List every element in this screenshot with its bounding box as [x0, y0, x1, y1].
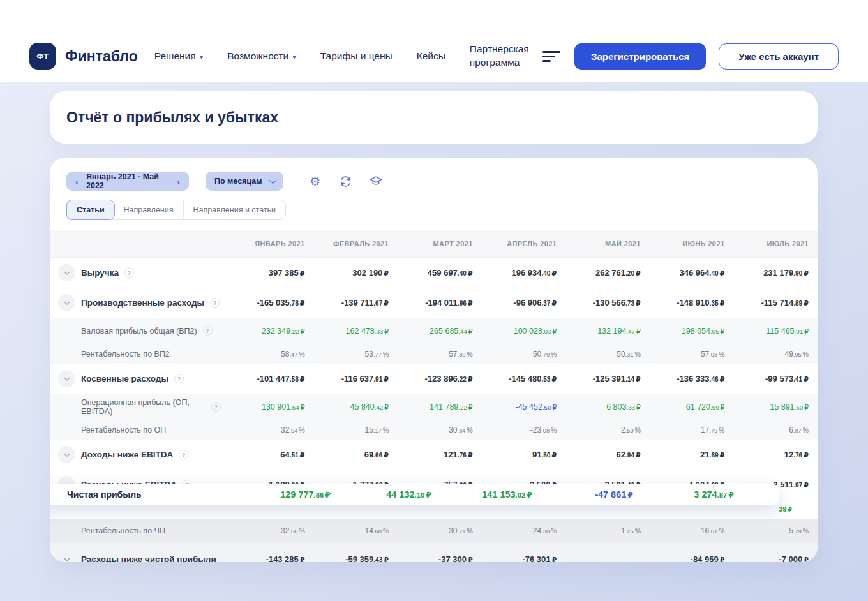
table-cell: 32.94%: [230, 426, 314, 434]
table-cell: -145 480.53₽: [482, 374, 566, 383]
row-label-cell: Валовая прибыль общая (ВП2)?: [50, 326, 230, 336]
table-cell: -23.08%: [482, 426, 566, 434]
nav-label: Кейсы: [417, 50, 445, 62]
table-cell: 61 720.59₽: [650, 403, 734, 412]
period-selector[interactable]: ‹ Январь 2021 - Май 2022 ›: [66, 172, 189, 191]
row-label: Рентабельность по ЧП: [81, 526, 165, 535]
row-label: Операционная прибыль (ОП, EBITDA): [81, 398, 206, 416]
table-row: Рентабельность по ЧП32.66%14.60%30.71%-2…: [50, 519, 818, 543]
brand-logo[interactable]: ФТ: [29, 43, 56, 70]
tab-directions[interactable]: Направления: [114, 200, 183, 219]
table-cell: -99 573.41₽: [733, 374, 818, 383]
table-cell: 1.25%: [565, 526, 650, 535]
table-cell: 302 190₽: [314, 268, 398, 278]
settings-icon[interactable]: ⚙: [308, 174, 322, 188]
table-cell: 231 179.90₽: [733, 268, 818, 278]
collapse-chevron-icon[interactable]: [58, 264, 75, 281]
row-label: Косвенные расходы: [81, 374, 168, 383]
table-cell: 30.71%: [398, 526, 482, 535]
table-cell: 53.77%: [314, 350, 398, 359]
column-header: АПРЕЛЬ 2021: [482, 240, 566, 248]
nav-item-solutions[interactable]: Решения ▾: [154, 50, 203, 62]
table-cell: -24.30%: [482, 526, 566, 535]
granularity-dropdown[interactable]: По месяцам: [206, 172, 283, 191]
collapse-chevron-icon[interactable]: [58, 551, 75, 562]
collapse-chevron-icon[interactable]: [58, 446, 75, 463]
brand-name[interactable]: Финтабло: [65, 48, 138, 65]
table-cell: 69.66₽: [314, 450, 398, 459]
education-icon[interactable]: [369, 174, 383, 188]
table-cell: 262 761.20₽: [565, 268, 650, 278]
table-cell: 121.76₽: [398, 450, 482, 459]
net-profit-value: 3 274.87₽: [640, 489, 740, 500]
table-cell: 141 789.22₽: [398, 403, 482, 412]
row-label-cell: Косвенные расходы?: [50, 370, 230, 387]
table-row: Рентабельность по ВП258.47%53.77%57.80%5…: [50, 344, 818, 364]
table-cell: 130 901.64₽: [230, 403, 314, 412]
net-profit-sticky-row[interactable]: Чистая прибыль 129 777.86₽44 132.10₽141 …: [50, 484, 779, 505]
report-title-card: Отчёт о прибылях и убытках: [50, 91, 818, 144]
nav-item-cases[interactable]: Кейсы: [417, 50, 445, 62]
nav-label: Возможности: [227, 50, 288, 62]
column-header: ИЮЛЬ 2021: [733, 240, 818, 248]
table-cell: -136 333.46₽: [650, 374, 734, 383]
chevron-left-icon[interactable]: ‹: [75, 177, 79, 186]
table-cell: 265 685.44₽: [398, 327, 482, 336]
table-cell: 39₽: [733, 505, 818, 513]
main-nav: Решения ▾ Возможности ▾ Тарифы и цены Ке…: [154, 43, 541, 70]
nav-item-features[interactable]: Возможности ▾: [227, 50, 296, 62]
help-icon[interactable]: ?: [203, 326, 213, 336]
row-label: Производственные расходы: [81, 298, 204, 308]
granularity-label: По месяцам: [214, 177, 262, 186]
table-cell: -115 714.89₽: [733, 298, 818, 308]
table-row: Операционная прибыль (ОП, EBITDA)?130 90…: [50, 394, 818, 420]
tab-directions-and-articles[interactable]: Направления и статьи: [183, 200, 286, 219]
row-label: Доходы ниже EBITDA: [81, 450, 173, 459]
period-label: Январь 2021 - Май 2022: [86, 172, 169, 190]
nav-label: Решения: [154, 50, 196, 62]
row-label-cell: Рентабельность по ЧП: [50, 526, 230, 535]
help-icon[interactable]: ?: [174, 374, 184, 383]
net-profit-value: -47 861₽: [539, 489, 640, 500]
help-icon[interactable]: ?: [124, 268, 134, 278]
tab-articles[interactable]: Статьи: [66, 200, 115, 220]
row-label-cell: Расходы ниже чистой прибыли: [50, 551, 230, 562]
chevron-right-icon[interactable]: ›: [177, 177, 180, 186]
column-header: ФЕВРАЛЬ 2021: [314, 240, 398, 248]
nav-label: Тарифы и цены: [320, 50, 393, 62]
login-button[interactable]: Уже есть аккаунт: [719, 43, 839, 70]
table-cell: -84 959₽: [650, 554, 734, 562]
help-icon[interactable]: ?: [210, 298, 220, 308]
nav-label: Партнерская программа: [470, 43, 541, 70]
row-label: Расходы ниже чистой прибыли: [81, 554, 216, 562]
table-cell: 14.60%: [314, 526, 398, 535]
table-cell: 91.50₽: [482, 450, 566, 459]
table-row: Выручка?397 385₽302 190₽459 697.40₽196 9…: [50, 258, 818, 288]
table-cell: -59 359.43₽: [314, 554, 398, 562]
table-cell: 58.47%: [230, 350, 314, 359]
table-cell: -148 910.35₽: [650, 298, 734, 308]
table-cell: -130 566.73₽: [565, 298, 650, 308]
page-title: Отчёт о прибылях и убытках: [66, 109, 278, 126]
collapse-chevron-icon[interactable]: [58, 294, 75, 311]
table-row: Валовая прибыль общая (ВП2)?232 349.22₽1…: [50, 318, 818, 344]
table-header-row: ЯНВАРЬ 2021ФЕВРАЛЬ 2021МАРТ 2021АПРЕЛЬ 2…: [50, 230, 818, 258]
chevron-down-icon: ▾: [292, 53, 296, 61]
help-icon[interactable]: ?: [211, 402, 221, 412]
nav-item-partner-program[interactable]: Партнерская программа: [470, 43, 541, 70]
row-label: Выручка: [81, 268, 119, 278]
collapse-chevron-icon[interactable]: [58, 370, 75, 387]
table-cell: 346 964.40₽: [650, 268, 734, 278]
row-label: Рентабельность по ОП: [81, 426, 166, 434]
menu-icon[interactable]: [542, 51, 562, 62]
net-profit-value: 44 132.10₽: [337, 489, 438, 500]
nav-item-pricing[interactable]: Тарифы и цены: [320, 50, 393, 62]
refresh-icon[interactable]: [338, 174, 352, 188]
table-cell: 196 934.40₽: [482, 268, 566, 278]
table-cell: 397 385₽: [230, 268, 314, 278]
register-button[interactable]: Зарегистрироваться: [574, 43, 706, 70]
row-label-cell: Рентабельность по ВП2: [50, 350, 230, 359]
help-icon[interactable]: ?: [179, 450, 188, 459]
table-cell: 12.76₽: [733, 450, 818, 459]
toolbar-icons: ⚙: [308, 174, 383, 188]
